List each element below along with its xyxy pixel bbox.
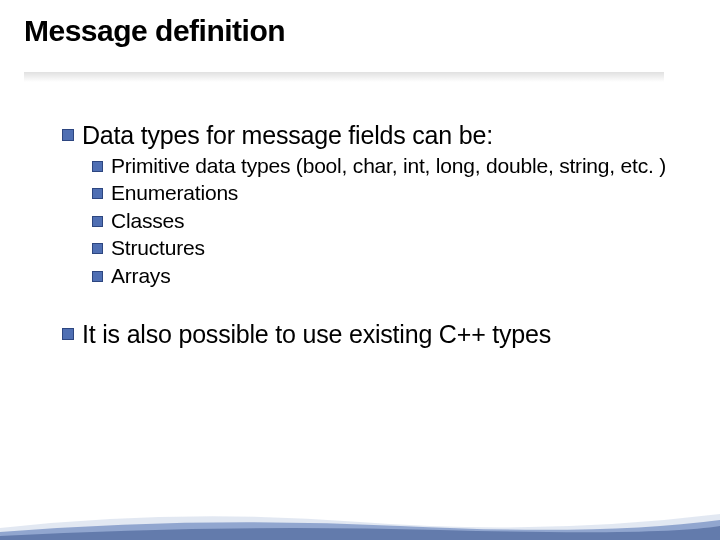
list-item-text: It is also possible to use existing C++ … [82,319,686,350]
title-divider [24,72,664,82]
bullet-icon [92,188,103,199]
list-item-text: Data types for message fields can be: [82,120,686,151]
bullet-icon [92,243,103,254]
bullet-icon [62,328,74,340]
list-item: Structures [34,235,686,261]
list-item: Primitive data types (bool, char, int, l… [34,153,686,179]
bullet-icon [92,271,103,282]
list-item: Data types for message fields can be: [34,120,686,151]
slide: Message definition Data types for messag… [0,0,720,540]
bullet-icon [92,216,103,227]
list-item: Arrays [34,263,686,289]
list-item-text: Structures [111,235,686,261]
list-item-text: Arrays [111,263,686,289]
list-item-text: Classes [111,208,686,234]
slide-title: Message definition [24,14,285,48]
footer-decoration [0,500,720,540]
list-item: Enumerations [34,180,686,206]
spacing [34,291,686,315]
list-item-text: Primitive data types (bool, char, int, l… [111,153,686,179]
list-item: It is also possible to use existing C++ … [34,319,686,350]
slide-content: Data types for message fields can be: Pr… [34,116,686,351]
bullet-icon [92,161,103,172]
list-item-text: Enumerations [111,180,686,206]
bullet-icon [62,129,74,141]
list-item: Classes [34,208,686,234]
